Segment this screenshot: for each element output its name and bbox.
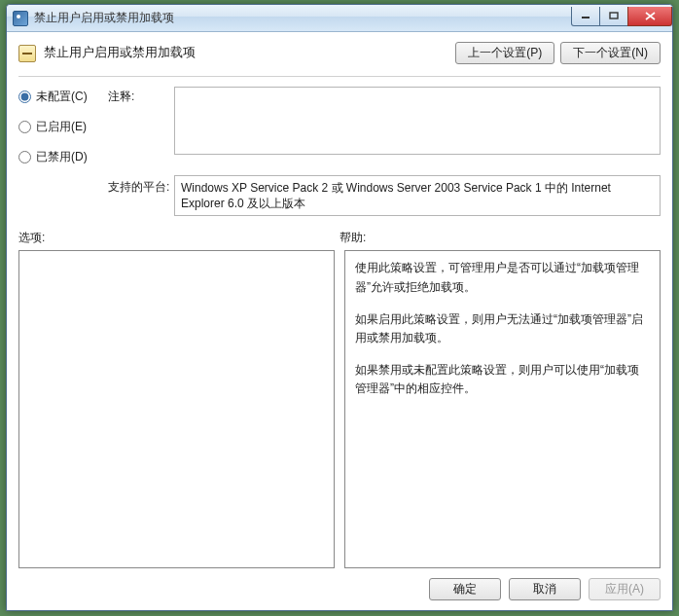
section-labels: 选项: 帮助: xyxy=(18,230,661,246)
app-icon xyxy=(13,11,28,26)
help-paragraph: 使用此策略设置，可管理用户是否可以通过“加载项管理器”允许或拒绝加载项。 xyxy=(355,259,650,296)
cancel-button[interactable]: 取消 xyxy=(509,578,581,600)
ok-button[interactable]: 确定 xyxy=(429,578,501,600)
svg-rect-1 xyxy=(610,13,618,18)
window-title: 禁止用户启用或禁用加载项 xyxy=(34,10,572,26)
page-title: 禁止用户启用或禁用加载项 xyxy=(44,45,455,61)
comment-col xyxy=(174,87,661,158)
state-radio-group: 未配置(C) 已启用(E) 已禁用(D) xyxy=(18,87,108,165)
radio-enabled-input[interactable] xyxy=(18,121,31,133)
radio-not-configured-label: 未配置(C) xyxy=(36,89,88,105)
radio-not-configured[interactable]: 未配置(C) xyxy=(18,89,108,105)
options-pane[interactable] xyxy=(18,250,335,568)
config-row: 未配置(C) 已启用(E) 已禁用(D) 注释: xyxy=(18,87,661,165)
comment-input[interactable] xyxy=(174,87,661,155)
platform-text: Windows XP Service Pack 2 或 Windows Serv… xyxy=(174,175,661,216)
next-setting-button[interactable]: 下一个设置(N) xyxy=(560,42,661,64)
policy-icon xyxy=(18,45,36,62)
close-button[interactable] xyxy=(627,7,672,26)
help-paragraph: 如果禁用或未配置此策略设置，则用户可以使用“加载项管理器”中的相应控件。 xyxy=(355,361,650,398)
titlebar[interactable]: 禁止用户启用或禁用加载项 xyxy=(7,5,672,32)
options-label: 选项: xyxy=(18,230,340,246)
help-label: 帮助: xyxy=(340,230,661,246)
panes: 使用此策略设置，可管理用户是否可以通过“加载项管理器”允许或拒绝加载项。 如果启… xyxy=(18,250,661,568)
help-pane[interactable]: 使用此策略设置，可管理用户是否可以通过“加载项管理器”允许或拒绝加载项。 如果启… xyxy=(344,250,661,568)
header-row: 禁止用户启用或禁用加载项 上一个设置(P) 下一个设置(N) xyxy=(18,42,661,64)
divider xyxy=(18,76,661,77)
nav-buttons: 上一个设置(P) 下一个设置(N) xyxy=(455,42,661,64)
radio-enabled[interactable]: 已启用(E) xyxy=(18,119,108,135)
radio-not-configured-input[interactable] xyxy=(18,91,31,103)
close-icon xyxy=(645,12,656,20)
client-area: 禁止用户启用或禁用加载项 上一个设置(P) 下一个设置(N) 未配置(C) 已启… xyxy=(7,32,672,610)
help-paragraph: 如果启用此策略设置，则用户无法通过“加载项管理器”启用或禁用加载项。 xyxy=(355,310,650,347)
radio-disabled-input[interactable] xyxy=(18,151,31,163)
platform-label: 支持的平台: xyxy=(108,175,174,216)
svg-rect-0 xyxy=(582,17,590,18)
maximize-icon xyxy=(609,12,619,19)
platform-row: 支持的平台: Windows XP Service Pack 2 或 Windo… xyxy=(18,175,661,216)
radio-disabled[interactable]: 已禁用(D) xyxy=(18,149,108,165)
footer-buttons: 确定 取消 应用(A) xyxy=(18,568,661,600)
window-controls xyxy=(572,7,672,26)
comment-label: 注释: xyxy=(108,87,174,105)
minimize-button[interactable] xyxy=(571,7,600,26)
apply-button[interactable]: 应用(A) xyxy=(589,578,661,600)
maximize-button[interactable] xyxy=(599,7,628,26)
radio-enabled-label: 已启用(E) xyxy=(36,119,87,135)
radio-disabled-label: 已禁用(D) xyxy=(36,149,88,165)
previous-setting-button[interactable]: 上一个设置(P) xyxy=(455,42,554,64)
dialog-window: 禁止用户启用或禁用加载项 禁止用户启用或禁用加载项 上一个设置(P) 下一个设置… xyxy=(6,4,673,611)
minimize-icon xyxy=(581,12,590,19)
